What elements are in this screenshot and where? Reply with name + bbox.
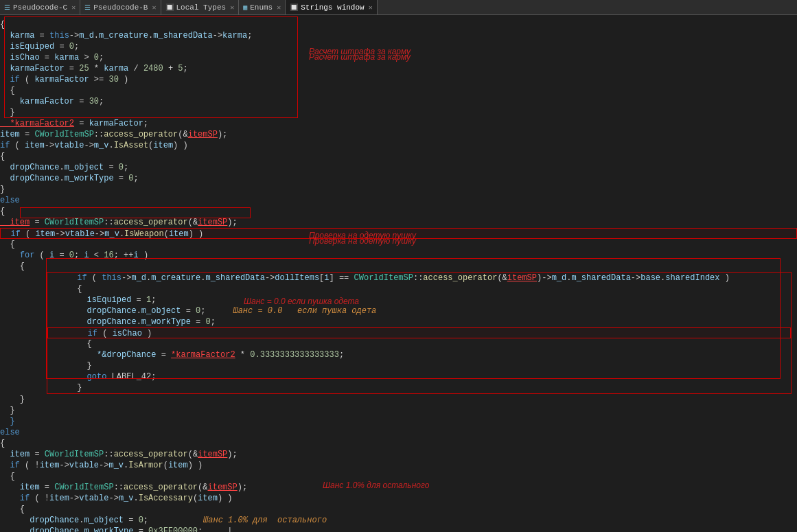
code-line-31: *&dropChance = *karmaFactor2 * 0.3333333… (47, 349, 791, 360)
code-line-40: item = CWorldItemSP::access_operator(&it… (0, 449, 797, 460)
code-area[interactable]: { karma = this->m_d.m_creature.m_sharedD… (0, 15, 797, 532)
tab-close-b[interactable]: ✕ (152, 3, 156, 12)
code-line-25: { (47, 284, 791, 294)
tab-close-sw[interactable]: ✕ (369, 3, 373, 12)
code-line-1: { (0, 19, 797, 30)
tab-icon-sw: 🔲 (290, 3, 298, 12)
code-line-18: { (0, 206, 797, 217)
code-line-42: { (0, 471, 797, 482)
code-line-19: item = CWorldItemSP::access_operator(&it… (0, 217, 797, 228)
code-line-5: karmaFactor = 25 * karma / 2480 + 5; (0, 63, 797, 74)
code-line-27: dropChance.m_object = 0;Шанс = 0.0 если … (47, 305, 791, 316)
tab-icon-b: ☰ (84, 3, 91, 12)
code-line-34: } (47, 382, 791, 393)
code-line-33: goto LABEL_42; (47, 371, 791, 382)
code-line-22: for ( i = 0; i < 16; ++i ) (0, 250, 797, 261)
code-line-13: { (0, 151, 797, 162)
code-line-29: if ( isChao ) (47, 327, 791, 338)
tab-close-lt[interactable]: ✕ (230, 3, 234, 12)
code-line-46: dropChance.m_object = 0;Шанс 1.0% для ос… (0, 515, 797, 526)
code-line-35: } (0, 394, 797, 405)
tab-close-en[interactable]: ✕ (277, 3, 281, 12)
code-line-28: dropChance.m_workType = 0; (47, 316, 791, 327)
code-line-38: else (0, 427, 797, 438)
tab-icon-en: ▦ (243, 3, 247, 12)
code-line-17: else (0, 195, 797, 206)
code-line-15: dropChance.m_workType = 0; (0, 173, 797, 184)
tab-enums[interactable]: ▦ Enums ✕ (239, 0, 286, 14)
annotation-karma: Расчет штрафа за карму (309, 52, 411, 62)
tab-close-c[interactable]: ✕ (71, 3, 76, 12)
code-line-41: if ( !item->vtable->m_v.IsArmor(item) ) (0, 460, 797, 471)
code-line-11: item = CWorldItemSP::access_operator(&it… (0, 129, 797, 140)
code-line-14: dropChance.m_object = 0; (0, 162, 797, 173)
code-line-9: } (0, 107, 797, 118)
code-line-7: { (0, 85, 797, 96)
tab-strings-window[interactable]: 🔲 Strings window ✕ (286, 0, 377, 14)
code-line-30: { (47, 338, 791, 349)
code-line-45: { (0, 504, 797, 515)
tab-icon-lt: 🔲 (165, 3, 174, 12)
code-line-10: *karmaFactor2 = karmaFactor; (0, 118, 797, 129)
code-line-24: if ( this->m_d.m_creature.m_sharedData->… (47, 273, 791, 284)
annotation-weapon: Проверка на одетую пушку (309, 231, 416, 240)
nested-block: if ( this->m_d.m_creature.m_sharedData->… (47, 272, 792, 394)
code-line-39: { (0, 438, 797, 449)
tab-icon-c: ☰ (4, 3, 10, 12)
tab-pseudocode-c[interactable]: ☰ Pseudocode-C ✕ (0, 0, 80, 14)
code-line-6: if ( karmaFactor >= 30 ) (0, 74, 797, 85)
tab-bar: ☰ Pseudocode-C ✕ ☰ Pseudocode-B ✕ 🔲 Loca… (0, 0, 797, 15)
code-line-36: } (0, 405, 797, 416)
code-line-43: item = CWorldItemSP::access_operator(&it… (0, 482, 797, 493)
code-line-8: karmaFactor = 30; (0, 96, 797, 107)
code-line-47: dropChance.m_workType = 0x3FF00000; | (0, 526, 797, 532)
code-line-26: isEquiped = 1; (47, 294, 791, 305)
code-line-3: isEquiped = 0; (0, 41, 797, 52)
tab-pseudocode-b[interactable]: ☰ Pseudocode-B ✕ (80, 0, 161, 14)
code-line-16: } (0, 184, 797, 195)
code-line-2: karma = this->m_d.m_creature.m_sharedDat… (0, 30, 797, 41)
code-line-23: { (0, 261, 797, 272)
code-line-12: if ( item->vtable->m_v.IsAsset(item) ) (0, 140, 797, 151)
code-line-44: if ( !item->vtable->m_v.IsAccessary(item… (0, 493, 797, 504)
tab-local-types[interactable]: 🔲 Local Types ✕ (161, 0, 240, 14)
code-line-37: } (0, 416, 797, 427)
code-line-32: } (47, 360, 791, 371)
code-line-21: { (0, 239, 797, 250)
